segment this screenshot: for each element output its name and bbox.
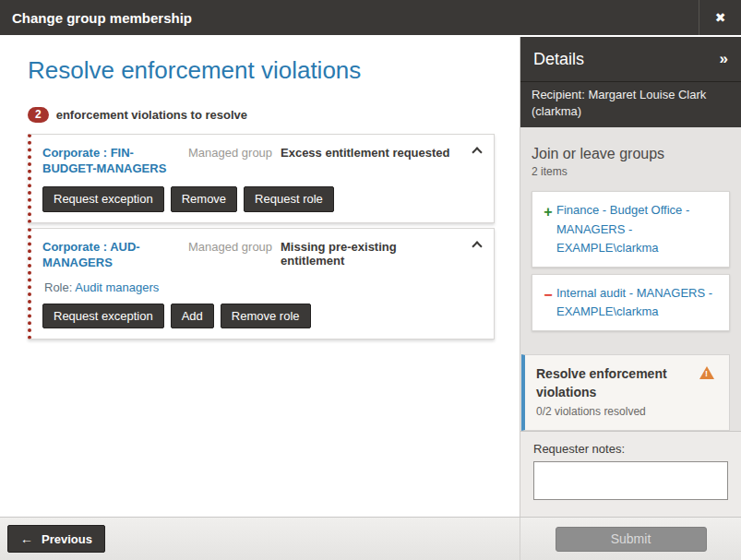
footer-left: ← Previous (0, 518, 520, 560)
group-item-leave[interactable]: − Internal audit - MANAGERS - EXAMPLE\cl… (532, 274, 730, 331)
titlebar: Change group membership ✖ (0, 0, 741, 35)
violation-reason: Excess entitlement requested (281, 145, 460, 160)
details-panel-header: Details » (520, 37, 741, 81)
recipient-bar: Recipient: Margaret Louise Clark (clarkm… (520, 81, 741, 127)
violation-card: Corporate : FIN-BUDGET-MANAGERS Managed … (28, 134, 495, 223)
requester-notes-label: Requester notes: (533, 442, 728, 456)
details-panel-body: Join or leave groups 2 items + Finance -… (520, 127, 741, 517)
change-group-membership-dialog: Change group membership ✖ Resolve enforc… (0, 0, 741, 560)
groups-section: Join or leave groups 2 items + Finance -… (520, 127, 741, 341)
violation-actions: Request exception Add Remove role (42, 304, 481, 329)
violation-reason: Missing pre-existing entitlement (281, 239, 460, 268)
group-item-label: Finance - Budget Office - MANAGERS - EXA… (556, 201, 720, 256)
violation-header: Corporate : AUD-MANAGERS Managed group M… (42, 239, 481, 271)
groups-item-count: 2 items (532, 165, 730, 178)
remove-button[interactable]: Remove (171, 186, 237, 212)
details-title: Details (533, 50, 584, 69)
minus-icon: − (540, 284, 556, 321)
plus-icon: + (540, 201, 556, 256)
group-item-label: Internal audit - MANAGERS - EXAMPLE\clar… (556, 284, 720, 321)
status-progress: 0/2 violations resolved (536, 405, 718, 418)
add-button[interactable]: Add (171, 304, 214, 329)
collapse-card-control[interactable] (460, 239, 481, 250)
group-type-label: Managed group (188, 145, 281, 160)
violation-actions: Request exception Remove Request role (42, 186, 481, 212)
dialog-footer: ← Previous Submit (0, 517, 741, 560)
remove-role-button[interactable]: Remove role (221, 304, 311, 329)
collapse-card-control[interactable] (460, 145, 481, 156)
resolve-violations-status-card[interactable]: Resolve enforcement violations 0/2 viola… (521, 354, 730, 431)
violation-header: Corporate : FIN-BUDGET-MANAGERS Managed … (42, 145, 481, 177)
group-link[interactable]: Corporate : FIN-BUDGET-MANAGERS (42, 145, 188, 177)
main-panel: Resolve enforcement violations 2 enforce… (0, 35, 520, 517)
role-label: Role: (44, 280, 72, 294)
group-type-label: Managed group (188, 239, 281, 254)
chevron-up-icon (472, 241, 482, 251)
violation-summary-text: enforcement violations to resolve (56, 108, 247, 122)
status-title: Resolve enforcement violations (536, 365, 679, 401)
details-panel: Details » Recipient: Margaret Louise Cla… (520, 37, 741, 517)
violations-summary: 2 enforcement violations to resolve (28, 107, 495, 123)
role-row: Role: Audit managers (44, 280, 481, 294)
back-arrow-icon: ← (20, 531, 33, 546)
requester-notes-input[interactable] (533, 461, 728, 500)
warning-icon (699, 366, 714, 379)
groups-section-title: Join or leave groups (532, 146, 730, 162)
page-title: Resolve enforcement violations (28, 57, 495, 85)
group-item-join[interactable]: + Finance - Budget Office - MANAGERS - E… (532, 191, 730, 267)
dialog-body: Resolve enforcement violations 2 enforce… (0, 35, 741, 517)
violation-card: Corporate : AUD-MANAGERS Managed group M… (28, 228, 495, 340)
requester-notes-section: Requester notes: (520, 431, 741, 517)
chevron-up-icon (472, 147, 482, 157)
request-exception-button[interactable]: Request exception (42, 304, 164, 329)
group-link[interactable]: Corporate : AUD-MANAGERS (42, 239, 188, 271)
close-icon[interactable]: ✖ (699, 0, 741, 35)
role-link[interactable]: Audit managers (75, 280, 159, 294)
previous-button-label: Previous (42, 532, 92, 546)
footer-right: Submit (520, 518, 741, 560)
request-exception-button[interactable]: Request exception (42, 186, 164, 212)
collapse-panel-icon[interactable]: » (720, 50, 728, 68)
window-title: Change group membership (12, 10, 699, 26)
violation-count-badge: 2 (28, 107, 49, 123)
request-role-button[interactable]: Request role (244, 186, 334, 212)
previous-button[interactable]: ← Previous (7, 525, 105, 553)
submit-button[interactable]: Submit (556, 527, 707, 552)
